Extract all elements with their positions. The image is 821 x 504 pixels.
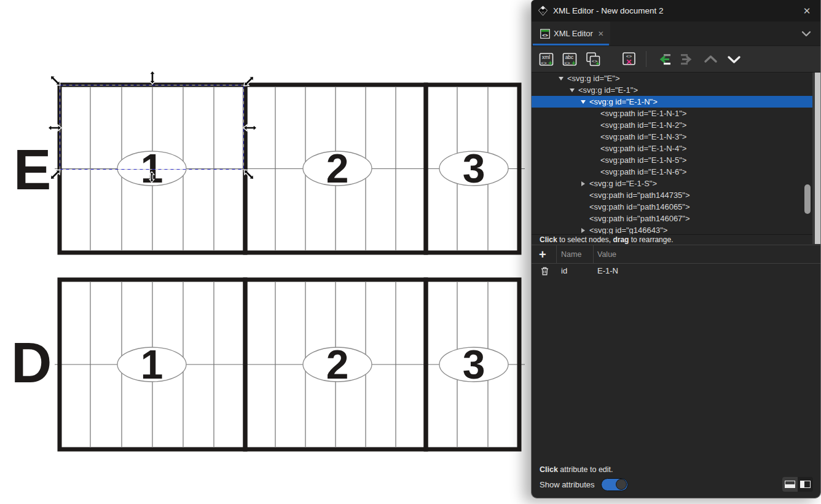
expander-open-icon[interactable] [557, 77, 565, 81]
horizontal-split-icon [785, 481, 795, 488]
figure-d-number-3[interactable]: 3 [463, 342, 485, 387]
svg-drawing[interactable]: E 1 2 3 D [0, 0, 539, 504]
tree-node[interactable]: <svg:path id="E-1-N-4"> [532, 143, 820, 154]
dialog-title: XML Editor - New document 2 [553, 6, 799, 15]
tree-node[interactable]: <svg:g id="E"> [532, 73, 820, 84]
tree-node[interactable]: <svg:path id="E-1-N-2"> [532, 119, 820, 131]
duplicate-node-icon: <> + [585, 51, 602, 68]
tab-xml-editor[interactable]: <> XML Editor ✕ [532, 22, 610, 45]
scale-handle-right[interactable] [243, 125, 257, 131]
tree-node[interactable]: <svg:path id="path146065"> [532, 201, 820, 213]
tree-hint-text-1: to select nodes, [557, 235, 613, 244]
new-element-node-icon: xml <> + [538, 51, 555, 68]
trash-icon[interactable] [540, 266, 549, 276]
tree-scrollbar-thumb[interactable] [804, 184, 811, 214]
tree-node[interactable]: <svg:path id="E-1-N-5"> [532, 154, 820, 166]
figure-e-number-1[interactable]: 1 [141, 146, 163, 191]
tree-node-label: <svg:path id="E-1-N-5"> [600, 156, 686, 165]
figure-d-number-2[interactable]: 2 [326, 342, 349, 387]
scale-handle-left[interactable] [48, 125, 61, 131]
tree-node[interactable]: <svg:path id="path144735"> [532, 189, 820, 201]
new-text-node-button[interactable]: abc <> + [560, 49, 579, 69]
expander-closed-icon[interactable] [579, 181, 587, 186]
unindent-node-button[interactable] [654, 49, 674, 69]
figure-d-label[interactable]: D [11, 331, 52, 394]
move-node-down-button[interactable] [724, 49, 744, 69]
move-node-down-icon [726, 51, 742, 68]
drawing-canvas[interactable]: E 1 2 3 D [0, 0, 539, 504]
svg-text:+: + [548, 58, 552, 67]
active-tab-underline [533, 44, 609, 45]
move-node-up-icon [702, 51, 719, 68]
svg-text:✕: ✕ [626, 57, 632, 66]
tree-node[interactable]: <svg:path id="E-1-N-1"> [532, 108, 820, 119]
tree-node-label: <svg:g id="E"> [567, 74, 619, 83]
attribute-name[interactable]: id [557, 266, 594, 275]
inkscape-logo-icon [538, 6, 548, 16]
expander-closed-icon[interactable] [579, 228, 587, 233]
layout-horizontal-split-button[interactable] [782, 477, 798, 492]
figure-e-number-2[interactable]: 2 [326, 146, 349, 191]
tree-node-selected[interactable]: <svg:g id="E-1-N"> [532, 96, 820, 108]
delete-node-button[interactable]: <> ✕ [619, 49, 638, 69]
scale-handle-top[interactable] [149, 71, 155, 84]
figure-d-markers[interactable]: 1 2 3 [117, 342, 508, 387]
tab-bar: <> XML Editor ✕ [532, 22, 820, 46]
tree-hint-text: Click to select nodes, drag to rearrange… [532, 234, 820, 245]
tree-node[interactable]: <svg:g id="E-1-S"> [532, 178, 820, 189]
new-element-node-button[interactable]: xml <> + [536, 49, 556, 69]
tab-close-icon[interactable]: ✕ [597, 30, 604, 38]
tree-node-label: <svg:g id="g146643"> [589, 226, 667, 234]
figure-e-number-3[interactable]: 3 [463, 146, 485, 191]
tree-node[interactable]: <svg:path id="path146067"> [532, 213, 820, 224]
tree-node-label: <svg:path id="path146065"> [589, 202, 690, 211]
figure-e[interactable]: E 1 2 3 [14, 85, 525, 253]
tree-node[interactable]: <svg:g id="E-1"> [532, 84, 820, 96]
move-node-up-button[interactable] [701, 49, 720, 69]
add-attribute-button[interactable]: + [532, 245, 556, 263]
xml-toolbar: xml <> + abc <> + <> + [532, 46, 820, 73]
vertical-split-icon [800, 481, 811, 488]
indent-node-button[interactable] [677, 49, 697, 69]
window-scrollbar-strip[interactable] [812, 73, 820, 244]
dialog-close-button[interactable]: ✕ [799, 6, 814, 17]
tab-overflow-chevron-icon[interactable] [801, 30, 812, 37]
svg-text:+: + [595, 59, 599, 66]
attributes-header: + Name Value [532, 245, 820, 264]
attribute-row[interactable]: id E-1-N [532, 264, 820, 278]
tree-node-label: <svg:g id="E-1"> [578, 85, 638, 95]
attribute-value[interactable]: E-1-N [594, 266, 820, 275]
tree-node-label: <svg:path id="E-1-N-3"> [600, 132, 686, 141]
expander-open-icon[interactable] [579, 100, 587, 104]
tree-hint-text-2: to rearrange. [629, 235, 673, 244]
tree-node-label: <svg:path id="E-1-N-6"> [600, 167, 686, 176]
tree-node-label: <svg:path id="E-1-N-1"> [600, 109, 686, 118]
indent-node-icon [679, 51, 696, 68]
attribute-delete-cell [532, 266, 557, 276]
toolbar-separator [646, 51, 646, 67]
scrollbar-strip-outer [815, 73, 820, 244]
figure-d[interactable]: D 1 2 3 [11, 280, 525, 449]
duplicate-node-button[interactable]: <> + [583, 49, 603, 69]
tree-node[interactable]: <svg:g id="g146643"> [532, 224, 820, 234]
panel-layout-buttons [782, 477, 813, 492]
dialog-titlebar[interactable]: XML Editor - New document 2 ✕ [532, 0, 820, 22]
toggle-knob [616, 479, 627, 490]
new-text-node-icon: abc <> + [562, 51, 578, 68]
figure-e-markers[interactable]: 1 2 3 [117, 146, 508, 191]
tree-node[interactable]: <svg:path id="E-1-N-6"> [532, 166, 820, 178]
scale-handle-nw[interactable] [49, 74, 63, 88]
figure-d-number-1[interactable]: 1 [141, 342, 163, 387]
tree-node-label: <svg:path id="E-1-N-4"> [600, 144, 686, 153]
figure-e-label[interactable]: E [14, 138, 51, 201]
show-attributes-toggle[interactable] [601, 478, 628, 491]
svg-text:<>: <> [564, 60, 570, 65]
tree-node-label: <svg:g id="E-1-N"> [589, 97, 658, 106]
svg-text:<>: <> [541, 60, 547, 65]
layout-vertical-split-button[interactable] [798, 477, 813, 492]
tree-node-label: <svg:path id="E-1-N-2"> [600, 120, 686, 130]
delete-node-icon: <> ✕ [621, 51, 637, 68]
tree-node[interactable]: <svg:path id="E-1-N-3"> [532, 131, 820, 143]
expander-open-icon[interactable] [568, 89, 576, 92]
xml-node-tree[interactable]: <svg:g id="E"> <svg:g id="E-1"> <svg:g i… [532, 73, 820, 234]
